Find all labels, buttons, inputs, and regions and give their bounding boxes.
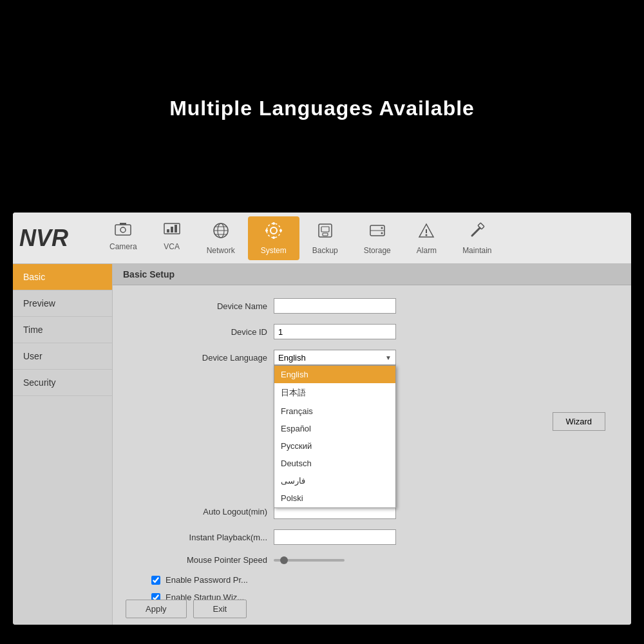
device-language-select[interactable]: English ▼ [274,350,396,365]
nav-label-vca: VCA [164,242,180,251]
svg-rect-18 [319,224,332,237]
sidebar-item-basic[interactable]: Basic [13,264,112,290]
nav-label-alarm: Alarm [417,246,437,255]
nav-label-camera: Camera [109,242,137,251]
device-name-row: Device Name [151,298,618,314]
svg-point-15 [272,236,275,239]
camera-icon [114,222,132,240]
device-name-label: Device Name [151,301,267,311]
title-area: Multiple Languages Available [0,97,644,120]
wizard-button[interactable]: Wizard [553,412,605,431]
dropdown-item-french[interactable]: Français [274,402,395,420]
enable-password-label: Enable Password Pr... [166,575,248,585]
svg-point-27 [426,234,428,236]
maintain-icon [468,222,486,243]
svg-point-12 [270,227,277,234]
system-icon [265,222,283,243]
nav-label-storage: Storage [364,246,391,255]
svg-rect-20 [323,233,328,236]
nav-item-alarm[interactable]: Alarm [404,216,450,260]
device-id-input[interactable] [274,324,396,339]
auto-logout-label: Auto Logout(min) [151,507,267,516]
instant-playback-row: Instant Playback(m... [151,529,618,545]
enable-password-row: Enable Password Pr... [151,575,618,585]
svg-point-23 [381,227,383,229]
mouse-speed-slider[interactable] [274,559,345,562]
sidebar: Basic Preview Time User Security [13,264,113,625]
nav-icons: Camera VCA [97,216,625,260]
nav-label-network: Network [207,246,235,255]
svg-line-28 [472,228,480,236]
mouse-pointer-row: Mouse Pointer Speed [151,555,618,565]
mouse-pointer-label: Mouse Pointer Speed [151,555,267,565]
panel-title: Basic Setup [113,264,631,285]
svg-rect-0 [115,225,131,235]
dropdown-item-polish[interactable]: Polski [274,489,395,507]
sidebar-item-user[interactable]: User [13,343,112,370]
svg-rect-5 [171,227,173,232]
svg-point-24 [381,232,383,234]
slider-thumb [280,556,288,564]
svg-point-16 [265,229,268,232]
svg-marker-1 [120,223,126,225]
device-language-label: Device Language [151,353,267,363]
device-language-select-container: English ▼ English 日本語 Français Español Р… [274,350,396,365]
top-nav: NVR Camera [13,213,631,264]
device-name-input[interactable] [274,298,396,314]
content-area: Basic Preview Time User Security Basic S… [13,264,631,625]
dropdown-item-english[interactable]: English [274,366,395,383]
dropdown-arrow-icon: ▼ [385,354,392,361]
network-icon [212,222,230,243]
svg-point-2 [120,227,126,232]
sidebar-item-preview[interactable]: Preview [13,290,112,317]
nav-label-backup: Backup [312,246,338,255]
backup-icon [316,222,334,243]
nav-item-network[interactable]: Network [194,216,248,260]
ui-container: NVR Camera [13,213,631,625]
nav-item-maintain[interactable]: Maintain [450,216,504,260]
main-panel: Basic Setup Device Name Device ID Device… [113,264,631,625]
dropdown-item-persian[interactable]: فارسی [274,472,395,489]
bottom-buttons: Apply Exit [113,593,631,625]
dropdown-scroll-area[interactable]: English 日本語 Français Español Русский Deu… [274,366,395,507]
svg-point-14 [272,222,275,225]
dropdown-item-portuguese[interactable]: Português [274,507,395,507]
storage-icon [368,222,386,243]
form-area: Device Name Device ID Device Language En… [113,285,631,602]
apply-button[interactable]: Apply [126,600,187,618]
dropdown-item-spanish[interactable]: Español [274,420,395,437]
device-id-row: Device ID [151,324,618,339]
svg-rect-6 [175,225,177,232]
alarm-icon [417,222,435,243]
language-dropdown-menu: English 日本語 Français Español Русский Deu… [274,365,396,508]
page-title: Multiple Languages Available [169,97,475,120]
device-id-label: Device ID [151,327,267,337]
exit-button[interactable]: Exit [193,600,247,618]
nav-item-system[interactable]: System [248,216,299,260]
sidebar-item-time[interactable]: Time [13,317,112,343]
instant-playback-label: Instant Playback(m... [151,533,267,542]
device-language-row: Device Language English ▼ English 日本語 Fr… [151,350,618,365]
selected-language: English [278,353,306,363]
enable-password-checkbox[interactable] [151,576,160,585]
nav-label-maintain: Maintain [462,246,491,255]
nav-label-system: System [261,246,287,255]
nav-item-camera[interactable]: Camera [97,216,150,260]
nav-item-storage[interactable]: Storage [351,216,404,260]
sidebar-item-security[interactable]: Security [13,370,112,396]
dropdown-item-russian[interactable]: Русский [274,437,395,455]
svg-rect-19 [321,227,329,232]
dropdown-item-japanese[interactable]: 日本語 [274,383,395,402]
svg-point-13 [267,223,281,238]
svg-point-17 [279,229,282,232]
nav-item-backup[interactable]: Backup [299,216,351,260]
vca-icon [163,222,181,240]
brand-logo: NVR [19,225,84,252]
instant-playback-input[interactable] [274,529,396,545]
dropdown-item-german[interactable]: Deutsch [274,455,395,472]
svg-rect-4 [167,229,169,232]
nav-item-vca[interactable]: VCA [150,216,194,260]
